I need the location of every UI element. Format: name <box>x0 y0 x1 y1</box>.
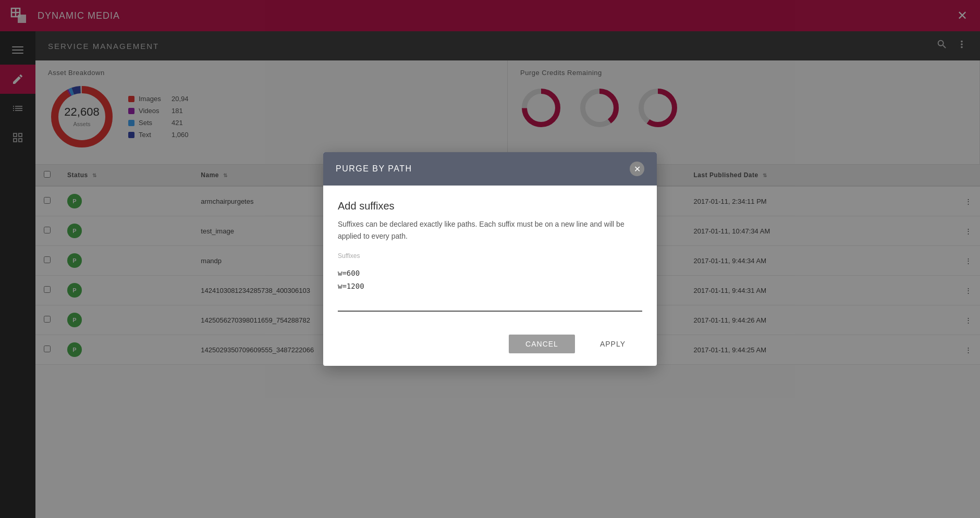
dialog-body: Add suffixes Suffixes can be declared ex… <box>323 186 657 326</box>
dialog-description: Suffixes can be declared exactly like pa… <box>338 218 642 242</box>
dialog-suffixes-label: Suffixes <box>338 252 642 260</box>
dialog-title: PURGE BY PATH <box>336 164 412 174</box>
dialog-section-title: Add suffixes <box>338 200 642 212</box>
dialog-suffixes-input[interactable]: w=600 w=1200 <box>338 263 642 312</box>
purge-by-path-dialog: PURGE BY PATH ✕ Add suffixes Suffixes ca… <box>323 152 657 365</box>
dialog-close-button[interactable]: ✕ <box>630 162 644 176</box>
modal-overlay: PURGE BY PATH ✕ Add suffixes Suffixes ca… <box>0 0 980 518</box>
dialog-header: PURGE BY PATH ✕ <box>323 152 657 186</box>
cancel-button[interactable]: CANCEL <box>509 335 575 353</box>
dialog-footer: CANCEL APPLY <box>323 326 657 366</box>
apply-button[interactable]: APPLY <box>583 335 642 353</box>
